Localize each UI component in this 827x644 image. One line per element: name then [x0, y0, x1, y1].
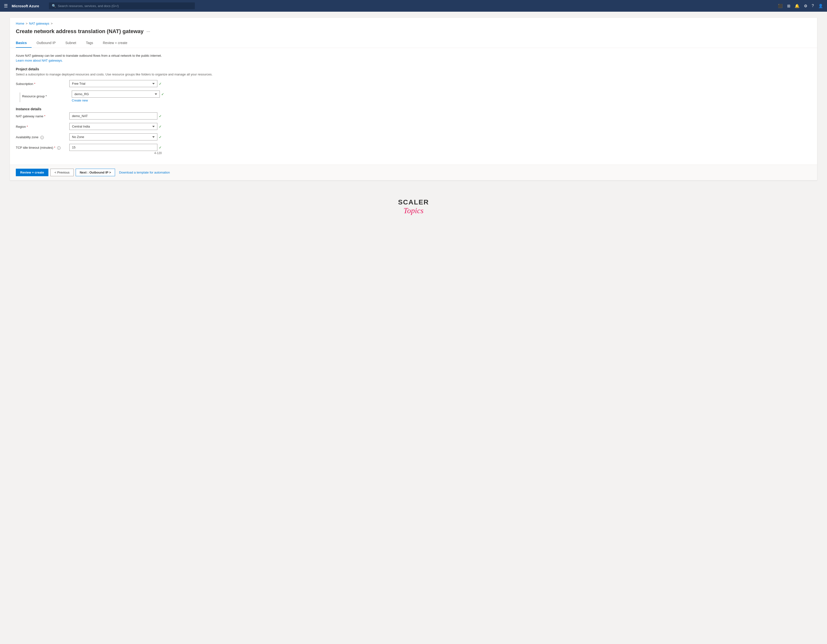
page-title-area: Create network address translation (NAT)… — [10, 25, 817, 39]
tcp-idle-timeout-input-wrap: ✓ — [69, 144, 162, 151]
tcp-idle-timeout-info-icon[interactable]: i — [57, 146, 61, 150]
breadcrumb: Home > NAT gateways > — [10, 18, 817, 25]
resource-group-row: Resource group * demo_RG ✓ Create new — [16, 91, 811, 102]
subscription-check-icon: ✓ — [159, 82, 162, 86]
download-template-link[interactable]: Download a template for automation — [119, 170, 170, 174]
nat-gateway-name-row: NAT gateway name * ✓ — [16, 113, 811, 119]
page-menu-icon[interactable]: ··· — [147, 29, 150, 34]
subscription-required: * — [34, 82, 35, 86]
subscription-select-wrap: Free Trial ✓ — [69, 80, 162, 87]
tab-outbound-ip[interactable]: Outbound IP — [36, 39, 61, 48]
portal-menu-icon[interactable]: ⊞ — [787, 4, 790, 8]
review-create-button[interactable]: Review + create — [16, 169, 48, 176]
main-container: Home > NAT gateways > Create network add… — [10, 17, 817, 180]
tcp-range-hint: 4-120 — [69, 152, 162, 155]
nav-icons: ⬛ ⊞ 🔔 ⚙ ? 👤 — [778, 4, 823, 8]
footer-bar: Review + create < Previous Next : Outbou… — [10, 164, 817, 180]
next-outbound-ip-button[interactable]: Next : Outbound IP > — [76, 169, 115, 176]
description-text: Azure NAT gateway can be used to transla… — [16, 54, 811, 58]
region-label: Region * — [16, 123, 69, 128]
logo-footer: SCALER Topics — [0, 186, 827, 222]
tab-tags[interactable]: Tags — [86, 39, 98, 48]
region-select[interactable]: Central India — [69, 123, 158, 130]
region-check-icon: ✓ — [159, 125, 162, 128]
resource-group-select-wrap: demo_RG ✓ — [72, 91, 164, 98]
availability-zone-label: Availability zone i — [16, 133, 69, 139]
resource-group-indent-spacer: Resource group * — [16, 91, 69, 102]
indent-line — [20, 92, 20, 102]
learn-more-link[interactable]: Learn more about NAT gateways. — [16, 59, 63, 62]
nat-gateway-name-control: ✓ — [69, 113, 162, 119]
scaler-text: SCALER — [0, 199, 827, 206]
subscription-control: Free Trial ✓ — [69, 80, 162, 87]
tcp-idle-timeout-label: TCP idle timeout (minutes) * i — [16, 144, 69, 150]
previous-button[interactable]: < Previous — [50, 169, 74, 176]
scaler-logo: SCALER Topics — [0, 199, 827, 215]
breadcrumb-separator-1: > — [26, 22, 28, 25]
search-input[interactable] — [58, 4, 192, 8]
project-details-description: Select a subscription to manage deployed… — [16, 72, 811, 76]
region-select-wrap: Central India ✓ — [69, 123, 162, 130]
tab-basics[interactable]: Basics — [16, 39, 32, 48]
content-body: Azure NAT gateway can be used to transla… — [10, 48, 817, 155]
breadcrumb-nat-gateways[interactable]: NAT gateways — [29, 22, 49, 25]
tcp-idle-timeout-row: TCP idle timeout (minutes) * i ✓ 4-120 — [16, 144, 811, 155]
tab-subnet[interactable]: Subnet — [66, 39, 81, 48]
settings-icon[interactable]: ⚙ — [804, 4, 807, 8]
cloud-shell-icon[interactable]: ⬛ — [778, 4, 783, 8]
tcp-idle-timeout-check-icon: ✓ — [159, 145, 162, 149]
availability-zone-select[interactable]: No Zone — [69, 133, 158, 141]
availability-zone-control: No Zone ✓ — [69, 133, 162, 141]
top-navigation: ☰ Microsoft Azure 🔍 ⬛ ⊞ 🔔 ⚙ ? 👤 — [0, 0, 827, 12]
resource-group-label: Resource group * — [22, 92, 47, 98]
search-icon: 🔍 — [52, 4, 56, 8]
subscription-select[interactable]: Free Trial — [69, 80, 158, 87]
tcp-idle-timeout-input[interactable] — [69, 144, 158, 151]
project-details-heading: Project details — [16, 67, 811, 71]
search-bar[interactable]: 🔍 — [49, 2, 195, 9]
nat-gateway-name-check-icon: ✓ — [159, 114, 162, 118]
subscription-label: Subscription * — [16, 80, 69, 86]
resource-group-control: demo_RG ✓ Create new — [72, 91, 164, 102]
region-row: Region * Central India ✓ — [16, 123, 811, 130]
availability-zone-check-icon: ✓ — [159, 135, 162, 139]
hamburger-icon[interactable]: ☰ — [4, 3, 8, 8]
notifications-icon[interactable]: 🔔 — [795, 4, 799, 8]
tab-review-create[interactable]: Review + create — [103, 39, 132, 48]
availability-zone-select-wrap: No Zone ✓ — [69, 133, 162, 141]
wizard-tabs: Basics Outbound IP Subnet Tags Review + … — [10, 39, 817, 48]
breadcrumb-home[interactable]: Home — [16, 22, 24, 25]
resource-group-check-icon: ✓ — [161, 92, 164, 96]
nat-gateway-name-input-wrap: ✓ — [69, 113, 162, 119]
tcp-idle-timeout-control: ✓ 4-120 — [69, 144, 162, 155]
user-icon[interactable]: 👤 — [818, 4, 823, 8]
nat-gateway-name-label: NAT gateway name * — [16, 113, 69, 118]
availability-zone-row: Availability zone i No Zone ✓ — [16, 133, 811, 141]
nat-gateway-name-input[interactable] — [69, 113, 158, 119]
subscription-row: Subscription * Free Trial ✓ — [16, 80, 811, 87]
page-title: Create network address translation (NAT)… — [16, 28, 144, 34]
topics-text: Topics — [0, 206, 827, 215]
instance-details-heading: Instance details — [16, 107, 811, 111]
create-new-link[interactable]: Create new — [72, 98, 164, 102]
resource-group-select[interactable]: demo_RG — [72, 91, 160, 98]
help-icon[interactable]: ? — [812, 4, 814, 8]
availability-zone-info-icon[interactable]: i — [41, 136, 44, 139]
brand-name: Microsoft Azure — [12, 4, 39, 8]
breadcrumb-separator-2: > — [51, 22, 53, 25]
region-control: Central India ✓ — [69, 123, 162, 130]
